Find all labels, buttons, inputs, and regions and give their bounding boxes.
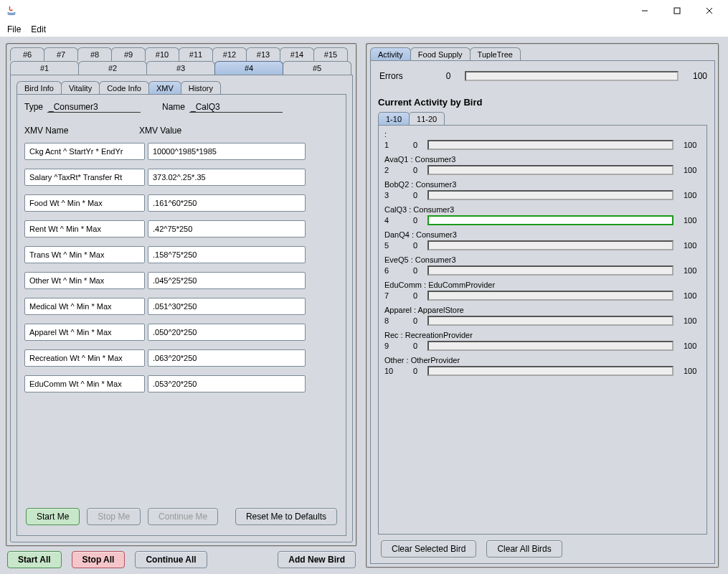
- stop-all-button[interactable]: Stop All: [72, 551, 126, 568]
- activity-high: 100: [684, 367, 701, 375]
- activity-high: 100: [684, 241, 701, 250]
- right-tab[interactable]: Food Supply: [410, 47, 471, 61]
- svg-rect-1: [674, 8, 680, 14]
- bird-tab[interactable]: #1: [10, 61, 79, 75]
- subtab[interactable]: Vitality: [61, 81, 100, 95]
- xmv-name-input[interactable]: [24, 194, 145, 212]
- bird-tab[interactable]: #7: [44, 47, 78, 61]
- continue-all-button[interactable]: Continue All: [135, 551, 207, 568]
- xmv-value-input[interactable]: [148, 272, 306, 289]
- add-new-bird-button[interactable]: Add New Bird: [278, 551, 356, 568]
- bird-tab[interactable]: #2: [78, 61, 147, 75]
- bird-tab[interactable]: #6: [10, 47, 44, 61]
- activity-low: 0: [407, 241, 417, 250]
- activity-low: 0: [407, 191, 417, 199]
- bird-tab[interactable]: #5: [283, 61, 351, 75]
- activity-index: 6: [384, 266, 397, 275]
- range-tab[interactable]: 1-10: [378, 112, 410, 126]
- activity-high: 100: [684, 291, 701, 300]
- bird-tab[interactable]: #12: [212, 47, 247, 61]
- bird-tab[interactable]: #15: [313, 47, 348, 61]
- clear-all-birds-button[interactable]: Clear All Birds: [486, 540, 562, 557]
- java-icon: [6, 5, 17, 17]
- subtab[interactable]: History: [181, 81, 221, 95]
- activity-index: 3: [384, 191, 397, 199]
- activity-progress: [427, 140, 673, 150]
- bird-tab[interactable]: #10: [145, 47, 179, 61]
- close-button[interactable]: [693, 1, 725, 21]
- bird-tab[interactable]: #8: [77, 47, 112, 61]
- activity-progress: [427, 341, 673, 351]
- activity-label: Rec : RecreationProvider: [384, 331, 701, 339]
- xmv-value-input[interactable]: [148, 169, 306, 186]
- activity-label: BobQ2 : Consumer3: [384, 180, 701, 189]
- activity-high: 100: [684, 191, 701, 199]
- menu-file[interactable]: File: [7, 24, 21, 34]
- activity-low: 0: [407, 342, 417, 350]
- activity-low: 0: [407, 367, 417, 375]
- subtab[interactable]: Bird Info: [16, 81, 62, 95]
- reset-defaults-button[interactable]: Reset Me to Defaults: [235, 508, 337, 525]
- xmv-value-input[interactable]: [148, 298, 306, 315]
- errors-label: Errors: [379, 71, 403, 81]
- xmv-value-input[interactable]: [148, 194, 306, 212]
- stop-me-button[interactable]: Stop Me: [87, 508, 141, 525]
- xmv-name-input[interactable]: [24, 349, 145, 367]
- titlebar: [0, 0, 728, 22]
- name-value: _CalQ3: [189, 102, 283, 113]
- activity-label: EveQ5 : Consumer3: [384, 255, 701, 264]
- xmv-value-input[interactable]: [148, 375, 306, 392]
- bird-tab[interactable]: #14: [280, 47, 314, 61]
- maximize-button[interactable]: [661, 1, 693, 21]
- type-label: Type: [24, 102, 43, 112]
- activity-progress: [427, 366, 673, 376]
- type-value: _Consumer3: [47, 102, 141, 113]
- activity-low: 0: [407, 266, 417, 275]
- xmv-value-header: XMV Value: [139, 126, 181, 136]
- bird-tab[interactable]: #9: [111, 47, 146, 61]
- name-label: Name: [162, 102, 185, 112]
- activity-low: 0: [407, 141, 417, 149]
- xmv-name-input[interactable]: [24, 246, 145, 263]
- activity-index: 4: [384, 216, 397, 225]
- xmv-value-input[interactable]: [148, 143, 306, 160]
- xmv-value-input[interactable]: [148, 246, 306, 263]
- menu-edit[interactable]: Edit: [31, 24, 46, 34]
- activity-label: :: [384, 130, 701, 138]
- xmv-name-input[interactable]: [24, 272, 145, 289]
- activity-index: 10: [384, 367, 397, 375]
- bird-tab[interactable]: #13: [246, 47, 280, 61]
- xmv-name-input[interactable]: [24, 143, 145, 160]
- activity-low: 0: [407, 216, 417, 225]
- right-tab[interactable]: Activity: [370, 47, 411, 61]
- activity-progress: [427, 240, 673, 250]
- xmv-name-input[interactable]: [24, 375, 145, 392]
- bird-tab[interactable]: #3: [146, 61, 215, 75]
- xmv-value-input[interactable]: [148, 324, 306, 341]
- xmv-name-input[interactable]: [24, 220, 145, 237]
- activity-high: 100: [684, 166, 701, 174]
- bird-tab[interactable]: #4: [214, 61, 283, 75]
- minimize-button[interactable]: [628, 1, 661, 21]
- activity-label: AvaQ1 : Consumer3: [384, 155, 701, 164]
- activity-label: Apparel : ApparelStore: [384, 306, 701, 314]
- activity-index: 2: [384, 166, 397, 174]
- start-me-button[interactable]: Start Me: [26, 508, 80, 525]
- range-tab[interactable]: 11-20: [409, 112, 445, 126]
- activity-header: Current Activity by Bird: [378, 97, 707, 108]
- continue-me-button[interactable]: Continue Me: [148, 508, 218, 525]
- subtab[interactable]: XMV: [148, 81, 181, 95]
- xmv-value-input[interactable]: [148, 220, 306, 237]
- xmv-name-input[interactable]: [24, 324, 145, 341]
- xmv-name-input[interactable]: [24, 169, 145, 186]
- xmv-value-input[interactable]: [148, 349, 306, 367]
- right-tab[interactable]: TupleTree: [470, 47, 521, 61]
- activity-low: 0: [407, 166, 417, 174]
- activity-progress: [427, 190, 673, 200]
- clear-selected-bird-button[interactable]: Clear Selected Bird: [381, 540, 476, 557]
- start-all-button[interactable]: Start All: [7, 551, 62, 568]
- bird-tab[interactable]: #11: [179, 47, 213, 61]
- activity-progress: [427, 265, 673, 276]
- subtab[interactable]: Code Info: [99, 81, 149, 95]
- xmv-name-input[interactable]: [24, 298, 145, 315]
